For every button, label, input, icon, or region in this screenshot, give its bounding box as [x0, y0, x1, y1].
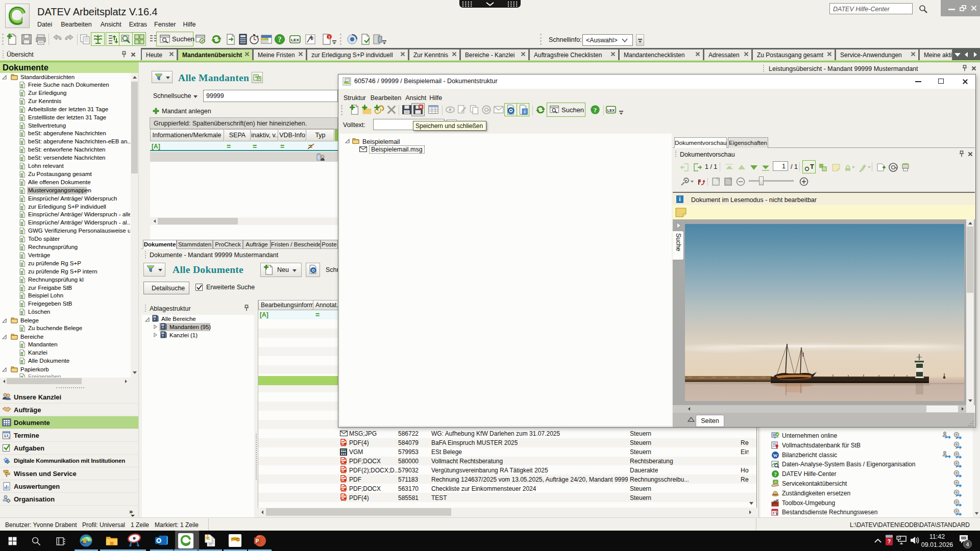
svg-text:17: 17	[4, 434, 9, 438]
svg-text:?: ?	[774, 471, 776, 477]
svg-text:LEX: LEX	[607, 108, 615, 113]
svg-text:?: ?	[888, 539, 891, 544]
svg-text:?: ?	[594, 107, 597, 114]
svg-text:!: !	[329, 35, 330, 40]
svg-text:T: T	[810, 163, 814, 170]
svg-text:i: i	[775, 481, 776, 484]
svg-text:P: P	[255, 538, 259, 544]
svg-text:?: ?	[278, 36, 282, 43]
svg-text:LEX: LEX	[291, 38, 299, 42]
svg-text:W: W	[773, 453, 778, 458]
svg-text:i: i	[524, 110, 525, 114]
